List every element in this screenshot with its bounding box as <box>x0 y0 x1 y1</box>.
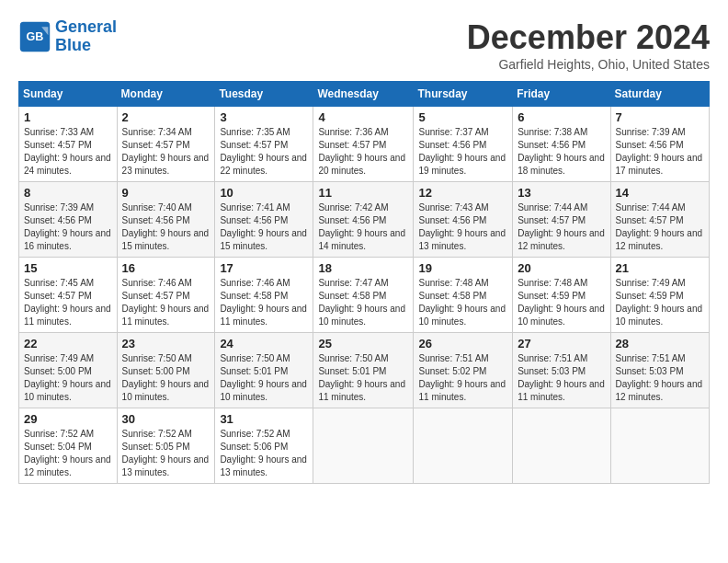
calendar-day-cell: 22 Sunrise: 7:49 AMSunset: 5:00 PMDaylig… <box>19 333 118 408</box>
calendar-day-cell: 11 Sunrise: 7:42 AMSunset: 4:56 PMDaylig… <box>313 182 414 258</box>
calendar-day-cell: 30 Sunrise: 7:52 AMSunset: 5:05 PMDaylig… <box>117 408 215 484</box>
day-info: Sunrise: 7:33 AMSunset: 4:57 PMDaylight:… <box>24 127 111 176</box>
day-info: Sunrise: 7:50 AMSunset: 5:00 PMDaylight:… <box>122 353 210 402</box>
day-number: 26 <box>418 337 507 350</box>
day-number: 6 <box>518 110 605 124</box>
day-info: Sunrise: 7:40 AMSunset: 4:56 PMDaylight:… <box>122 202 210 251</box>
weekday-header-monday: Monday <box>117 82 215 107</box>
day-info: Sunrise: 7:49 AMSunset: 5:00 PMDaylight:… <box>24 353 111 402</box>
calendar-day-cell: 14 Sunrise: 7:44 AMSunset: 4:57 PMDaylig… <box>610 182 709 258</box>
weekday-header-row: SundayMondayTuesdayWednesdayThursdayFrid… <box>19 82 710 107</box>
logo: GB General Blue <box>18 18 117 55</box>
weekday-header-friday: Friday <box>513 82 610 107</box>
calendar-day-cell: 10 Sunrise: 7:41 AMSunset: 4:56 PMDaylig… <box>215 182 313 258</box>
calendar-day-cell: 25 Sunrise: 7:50 AMSunset: 5:01 PMDaylig… <box>313 333 414 408</box>
day-info: Sunrise: 7:42 AMSunset: 4:56 PMDaylight:… <box>318 202 405 251</box>
day-number: 8 <box>24 186 112 200</box>
day-number: 20 <box>518 261 605 275</box>
calendar-day-cell: 15 Sunrise: 7:45 AMSunset: 4:57 PMDaylig… <box>19 258 118 333</box>
calendar-day-cell: 6 Sunrise: 7:38 AMSunset: 4:56 PMDayligh… <box>513 107 610 182</box>
day-number: 18 <box>318 261 408 275</box>
day-number: 25 <box>318 337 408 350</box>
day-info: Sunrise: 7:48 AMSunset: 4:58 PMDaylight:… <box>418 278 506 327</box>
day-info: Sunrise: 7:39 AMSunset: 4:56 PMDaylight:… <box>24 202 111 251</box>
calendar-day-cell <box>513 408 610 484</box>
day-number: 16 <box>122 261 210 275</box>
day-info: Sunrise: 7:45 AMSunset: 4:57 PMDaylight:… <box>24 278 111 327</box>
day-number: 9 <box>122 186 210 200</box>
day-info: Sunrise: 7:52 AMSunset: 5:06 PMDaylight:… <box>220 429 307 477</box>
calendar-day-cell: 12 Sunrise: 7:43 AMSunset: 4:56 PMDaylig… <box>414 182 513 258</box>
calendar-day-cell: 20 Sunrise: 7:48 AMSunset: 4:59 PMDaylig… <box>513 258 610 333</box>
day-info: Sunrise: 7:52 AMSunset: 5:04 PMDaylight:… <box>24 429 111 477</box>
day-info: Sunrise: 7:34 AMSunset: 4:57 PMDaylight:… <box>122 127 210 176</box>
day-info: Sunrise: 7:41 AMSunset: 4:56 PMDaylight:… <box>220 202 307 251</box>
day-number: 11 <box>318 186 408 200</box>
weekday-header-sunday: Sunday <box>19 82 118 107</box>
day-info: Sunrise: 7:48 AMSunset: 4:59 PMDaylight:… <box>518 278 605 327</box>
day-number: 1 <box>24 110 112 124</box>
day-info: Sunrise: 7:51 AMSunset: 5:03 PMDaylight:… <box>518 353 605 402</box>
day-number: 7 <box>616 110 704 124</box>
day-number: 19 <box>418 261 507 275</box>
day-info: Sunrise: 7:46 AMSunset: 4:58 PMDaylight:… <box>220 278 307 327</box>
calendar-day-cell: 5 Sunrise: 7:37 AMSunset: 4:56 PMDayligh… <box>414 107 513 182</box>
weekday-header-tuesday: Tuesday <box>215 82 313 107</box>
calendar-day-cell: 18 Sunrise: 7:47 AMSunset: 4:58 PMDaylig… <box>313 258 414 333</box>
logo-line1: General <box>55 17 117 36</box>
day-number: 23 <box>122 337 210 350</box>
day-info: Sunrise: 7:52 AMSunset: 5:05 PMDaylight:… <box>122 429 210 477</box>
day-number: 15 <box>24 261 112 275</box>
page-header: GB General Blue December 2024 Garfield H… <box>18 18 710 72</box>
calendar-table: SundayMondayTuesdayWednesdayThursdayFrid… <box>18 81 710 484</box>
calendar-day-cell: 4 Sunrise: 7:36 AMSunset: 4:57 PMDayligh… <box>313 107 414 182</box>
day-number: 17 <box>220 261 308 275</box>
calendar-day-cell: 29 Sunrise: 7:52 AMSunset: 5:04 PMDaylig… <box>19 408 118 484</box>
svg-text:GB: GB <box>27 29 44 42</box>
weekday-header-saturday: Saturday <box>610 82 709 107</box>
weekday-header-wednesday: Wednesday <box>313 82 414 107</box>
calendar-day-cell: 2 Sunrise: 7:34 AMSunset: 4:57 PMDayligh… <box>117 107 215 182</box>
calendar-day-cell: 24 Sunrise: 7:50 AMSunset: 5:01 PMDaylig… <box>215 333 313 408</box>
day-number: 21 <box>616 261 704 275</box>
calendar-day-cell: 3 Sunrise: 7:35 AMSunset: 4:57 PMDayligh… <box>215 107 313 182</box>
location-title: Garfield Heights, Ohio, United States <box>467 57 710 72</box>
calendar-week-row: 1 Sunrise: 7:33 AMSunset: 4:57 PMDayligh… <box>19 107 710 182</box>
day-number: 27 <box>518 337 605 350</box>
calendar-day-cell: 27 Sunrise: 7:51 AMSunset: 5:03 PMDaylig… <box>513 333 610 408</box>
day-number: 3 <box>220 110 308 124</box>
title-section: December 2024 Garfield Heights, Ohio, Un… <box>467 18 710 72</box>
day-info: Sunrise: 7:47 AMSunset: 4:58 PMDaylight:… <box>318 278 405 327</box>
day-number: 5 <box>418 110 507 124</box>
logo-line2: Blue <box>55 36 91 54</box>
day-info: Sunrise: 7:39 AMSunset: 4:56 PMDaylight:… <box>616 127 703 176</box>
day-number: 24 <box>220 337 308 350</box>
day-number: 14 <box>616 186 704 200</box>
day-number: 31 <box>220 412 308 426</box>
day-info: Sunrise: 7:38 AMSunset: 4:56 PMDaylight:… <box>518 127 605 176</box>
day-info: Sunrise: 7:35 AMSunset: 4:57 PMDaylight:… <box>220 127 307 176</box>
day-info: Sunrise: 7:49 AMSunset: 4:59 PMDaylight:… <box>616 278 703 327</box>
day-info: Sunrise: 7:43 AMSunset: 4:56 PMDaylight:… <box>418 202 506 251</box>
day-info: Sunrise: 7:37 AMSunset: 4:56 PMDaylight:… <box>418 127 506 176</box>
day-info: Sunrise: 7:44 AMSunset: 4:57 PMDaylight:… <box>518 202 605 251</box>
day-number: 30 <box>122 412 210 426</box>
day-info: Sunrise: 7:50 AMSunset: 5:01 PMDaylight:… <box>318 353 405 402</box>
calendar-day-cell: 21 Sunrise: 7:49 AMSunset: 4:59 PMDaylig… <box>610 258 709 333</box>
calendar-week-row: 22 Sunrise: 7:49 AMSunset: 5:00 PMDaylig… <box>19 333 710 408</box>
calendar-day-cell: 7 Sunrise: 7:39 AMSunset: 4:56 PMDayligh… <box>610 107 709 182</box>
calendar-day-cell <box>610 408 709 484</box>
day-number: 22 <box>24 337 112 350</box>
calendar-day-cell: 9 Sunrise: 7:40 AMSunset: 4:56 PMDayligh… <box>117 182 215 258</box>
calendar-day-cell <box>414 408 513 484</box>
calendar-day-cell: 16 Sunrise: 7:46 AMSunset: 4:57 PMDaylig… <box>117 258 215 333</box>
calendar-day-cell: 23 Sunrise: 7:50 AMSunset: 5:00 PMDaylig… <box>117 333 215 408</box>
day-number: 29 <box>24 412 112 426</box>
day-info: Sunrise: 7:51 AMSunset: 5:02 PMDaylight:… <box>418 353 506 402</box>
day-info: Sunrise: 7:51 AMSunset: 5:03 PMDaylight:… <box>616 353 703 402</box>
day-info: Sunrise: 7:44 AMSunset: 4:57 PMDaylight:… <box>616 202 703 251</box>
calendar-day-cell: 31 Sunrise: 7:52 AMSunset: 5:06 PMDaylig… <box>215 408 313 484</box>
day-number: 4 <box>318 110 408 124</box>
calendar-day-cell: 26 Sunrise: 7:51 AMSunset: 5:02 PMDaylig… <box>414 333 513 408</box>
day-info: Sunrise: 7:36 AMSunset: 4:57 PMDaylight:… <box>318 127 405 176</box>
